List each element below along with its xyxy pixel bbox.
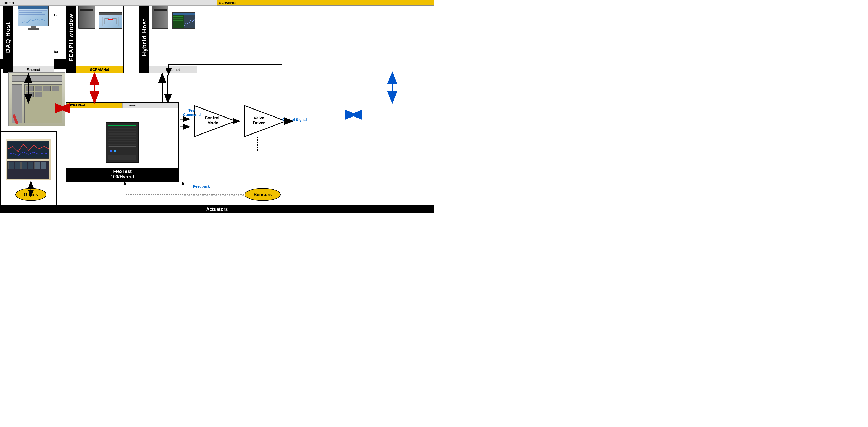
- actuators-title: Actuators: [0, 205, 434, 213]
- hybrid-host-box: Hybrid Host: [139, 1, 197, 73]
- flextest-eth-label: Ethernet: [122, 102, 178, 108]
- control-signal-label: Control Signal: [282, 118, 307, 122]
- daq-host-inner: Ethernet: [13, 2, 54, 73]
- valve-driver-block: Valve Driver: [240, 104, 287, 141]
- svg-marker-20: [245, 106, 286, 136]
- flextest-title: FlexTest100/Hybrid: [66, 167, 178, 181]
- svg-text:Mode: Mode: [207, 121, 218, 125]
- test-command-label: Test Command: [182, 108, 202, 117]
- daq-label-row: Ethernet SCRAMNet: [0, 0, 434, 6]
- gages-label: Gages: [24, 192, 38, 197]
- sensors-label: Sensors: [253, 192, 272, 197]
- hybrid-host-title: Hybrid Host: [140, 2, 149, 73]
- monitor-screen: [18, 6, 49, 26]
- svg-text:Driver: Driver: [253, 121, 265, 125]
- svg-text:Control: Control: [205, 116, 219, 120]
- svg-rect-1: [104, 18, 109, 24]
- feaph-box: FEAPH window: [66, 1, 124, 73]
- daq-eth-label: Ethernet: [0, 0, 217, 6]
- svg-rect-4: [108, 20, 113, 24]
- gages-oval: Gages: [16, 188, 46, 201]
- daq-scram-label: SCRAMNet: [217, 0, 434, 6]
- hybrid-monitor: [172, 12, 195, 29]
- daq-host-title: DAQ Host: [3, 2, 13, 73]
- svg-text:Valve: Valve: [254, 116, 264, 120]
- hybrid-tower: [152, 6, 168, 29]
- feaph-tower: [78, 6, 95, 29]
- daq-host-monitor: [18, 6, 49, 30]
- feedback-label: Feedback: [193, 184, 210, 188]
- feaph-scramnet-label: SCRAMNet: [76, 66, 123, 73]
- svg-rect-2: [112, 18, 117, 24]
- diagram-container: DAQ Host: [0, 0, 434, 213]
- feaph-monitor: [99, 12, 122, 29]
- daq-host-box: DAQ Host: [3, 1, 54, 73]
- flextest-box: SCRAMNet Ethernet FlexTest100/Hybrid: [66, 102, 179, 182]
- hybrid-host-inner: Ethernet: [149, 2, 196, 73]
- flextest-scram-label: SCRAMNet: [66, 102, 122, 108]
- feaph-inner: SCRAMNet: [76, 2, 123, 73]
- flextest-label-row: SCRAMNet Ethernet: [66, 102, 178, 108]
- hybrid-host-ethernet-label: Ethernet: [149, 66, 196, 73]
- sensors-oval: Sensors: [245, 188, 281, 201]
- feaph-title: FEAPH window: [66, 2, 76, 73]
